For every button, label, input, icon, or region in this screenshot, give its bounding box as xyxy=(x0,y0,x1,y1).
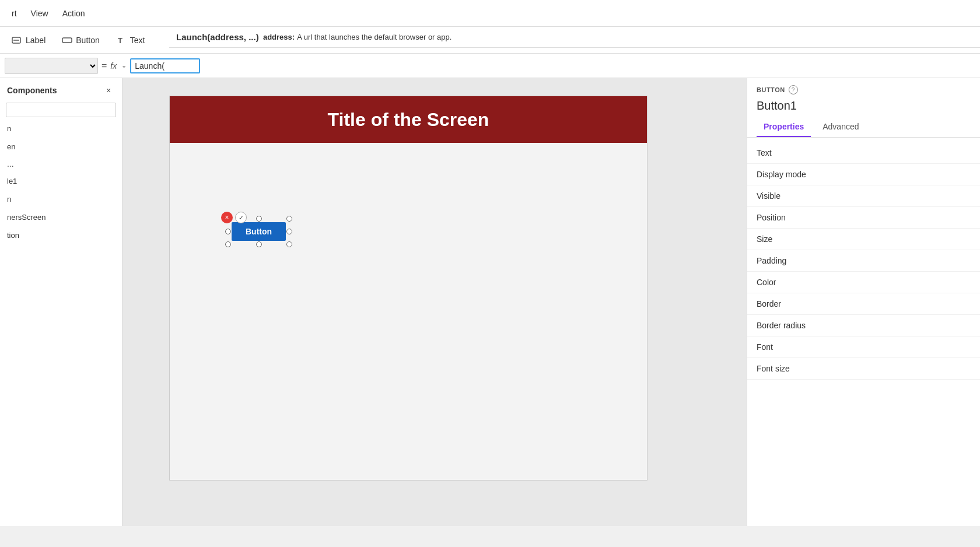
screen-body: × ✓ Button xyxy=(170,143,647,480)
property-size[interactable]: Size xyxy=(747,229,980,250)
property-font[interactable]: Font xyxy=(747,336,980,358)
button-icon xyxy=(62,35,72,45)
menu-item-rt[interactable]: rt xyxy=(5,6,24,20)
tab-advanced[interactable]: Advanced xyxy=(816,117,866,137)
sidebar-item-tion[interactable]: tion xyxy=(0,226,122,244)
property-visible[interactable]: Visible xyxy=(747,185,980,207)
canvas-button-container: × ✓ Button xyxy=(228,219,289,244)
handle-bot-right[interactable] xyxy=(286,241,292,247)
menu-item-action[interactable]: Action xyxy=(55,6,92,20)
formula-chevron[interactable]: ⌄ xyxy=(121,62,127,69)
help-icon[interactable]: ? xyxy=(789,85,798,94)
canvas-button-element[interactable]: Button xyxy=(232,222,286,241)
fx-label: fx xyxy=(110,61,117,71)
property-color[interactable]: Color xyxy=(747,272,980,293)
formula-tooltip-param-detail: A url that launches the default browser … xyxy=(297,33,452,41)
sidebar-item-le1[interactable]: le1 xyxy=(0,172,122,190)
formula-input[interactable] xyxy=(135,61,193,71)
text-icon: T xyxy=(116,35,127,45)
property-text[interactable]: Text xyxy=(747,142,980,164)
screen-title: Title of the Screen xyxy=(328,109,489,131)
main-layout: Components × n en ... le1 n nersScreen t… xyxy=(0,78,980,526)
sidebar-item-n2[interactable]: n xyxy=(0,190,122,208)
selection-box: Button xyxy=(228,219,289,244)
label-button-text: Label xyxy=(26,36,46,45)
sidebar-close-button[interactable]: × xyxy=(102,84,115,97)
handle-mid-left[interactable] xyxy=(225,229,231,234)
sidebar-item-n[interactable]: n xyxy=(0,120,122,138)
right-panel-component-name: Button1 xyxy=(747,97,980,117)
menu-item-view[interactable]: View xyxy=(24,6,55,20)
tab-properties[interactable]: Properties xyxy=(757,117,811,137)
properties-list: Text Display mode Visible Position Size … xyxy=(747,138,980,526)
handle-mid-right[interactable] xyxy=(286,229,292,234)
right-panel-section-label: BUTTON xyxy=(757,86,785,93)
equals-sign: = xyxy=(102,61,107,71)
formula-tooltip-param-label: address: xyxy=(263,33,295,41)
sidebar-item-en[interactable]: en xyxy=(0,138,122,156)
handle-bot-mid[interactable] xyxy=(256,241,262,247)
sidebar-header: Components × xyxy=(0,78,122,100)
property-padding[interactable]: Padding xyxy=(747,250,980,272)
property-border[interactable]: Border xyxy=(747,293,980,315)
property-position[interactable]: Position xyxy=(747,207,980,229)
button-insert-text: Button xyxy=(76,36,99,45)
sidebar-item-nersscreen[interactable]: nersScreen xyxy=(0,208,122,226)
sidebar-title: Components xyxy=(7,86,57,95)
label-icon xyxy=(12,35,22,45)
formula-bar-dropdown[interactable] xyxy=(5,58,98,74)
handle-bot-left[interactable] xyxy=(225,241,231,247)
screen-header: Title of the Screen xyxy=(170,96,647,143)
canvas-button-confirm[interactable]: ✓ xyxy=(235,212,247,223)
right-panel-header: BUTTON ? xyxy=(747,78,980,97)
sidebar-more-button[interactable]: ... xyxy=(0,156,122,172)
menu-bar: rt View Action xyxy=(0,0,980,27)
screen-canvas: Title of the Screen × ✓ xyxy=(169,96,648,481)
sidebar-search-input[interactable] xyxy=(6,103,116,117)
text-insert-button[interactable]: T Text xyxy=(109,33,152,48)
text-insert-text: Text xyxy=(130,36,145,45)
property-display-mode[interactable]: Display mode xyxy=(747,164,980,185)
formula-tooltip-signature: Launch(address, ...) xyxy=(176,32,259,42)
canvas-button-delete[interactable]: × xyxy=(221,212,233,223)
left-sidebar: Components × n en ... le1 n nersScreen t… xyxy=(0,78,123,526)
formula-tooltip: Launch(address, ...) address: A url that… xyxy=(169,27,980,48)
button-insert-button[interactable]: Button xyxy=(55,33,106,48)
right-panel-tabs: Properties Advanced xyxy=(747,117,980,138)
canvas-area: Title of the Screen × ✓ xyxy=(123,78,747,526)
property-border-radius[interactable]: Border radius xyxy=(747,315,980,336)
handle-top-mid[interactable] xyxy=(256,216,262,222)
property-font-size[interactable]: Font size xyxy=(747,358,980,380)
svg-rect-2 xyxy=(62,38,72,43)
right-panel: BUTTON ? Button1 Properties Advanced Tex… xyxy=(747,78,980,526)
svg-text:T: T xyxy=(118,36,123,45)
label-button[interactable]: Label xyxy=(5,33,52,48)
formula-bar: = fx ⌄ xyxy=(0,54,980,78)
formula-input-box[interactable] xyxy=(130,58,200,73)
handle-top-right[interactable] xyxy=(286,216,292,222)
